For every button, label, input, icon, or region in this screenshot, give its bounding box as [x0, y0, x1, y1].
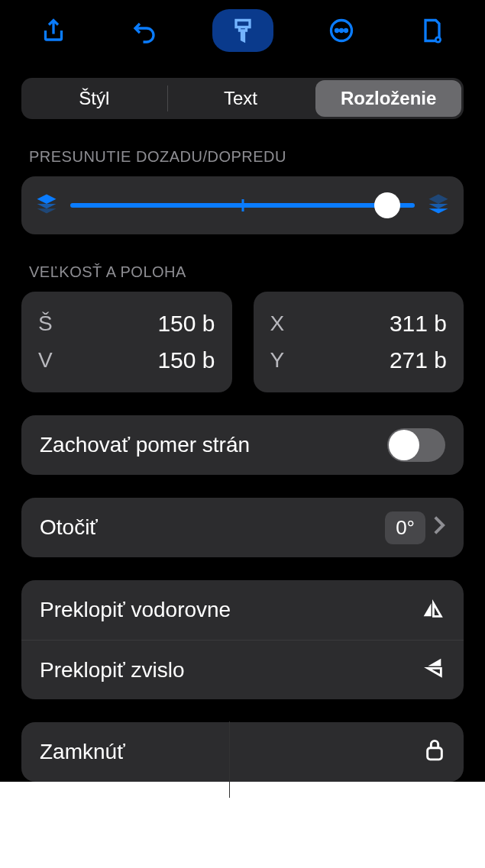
- rotate-row[interactable]: Otočiť 0°: [21, 498, 464, 557]
- aspect-switch[interactable]: [387, 428, 445, 462]
- size-position-row: Š 150 b V 150 b X 311 b Y 271 b: [21, 292, 464, 392]
- aspect-card: Zachovať pomer strán: [21, 415, 464, 475]
- format-panel: Štýl Text Rozloženie PRESUNUTIE DOZADU/D…: [0, 0, 485, 782]
- height-value: 150 b: [157, 347, 215, 373]
- aspect-row: Zachovať pomer strán: [21, 415, 464, 475]
- lock-label: Zamknúť: [40, 740, 125, 764]
- slider-thumb[interactable]: [374, 192, 400, 218]
- height-label: V: [38, 348, 53, 373]
- flip-card: Preklopiť vodorovne Preklopiť zvislo: [21, 580, 464, 699]
- share-icon[interactable]: [31, 8, 76, 53]
- flip-vertical-label: Preklopiť zvislo: [40, 658, 184, 682]
- width-field[interactable]: Š 150 b: [38, 305, 215, 342]
- width-value: 150 b: [157, 311, 215, 337]
- aspect-label: Zachovať pomer strán: [40, 433, 250, 457]
- switch-knob: [389, 430, 419, 460]
- flip-vertical-icon: [419, 654, 445, 686]
- format-tabs: Štýl Text Rozloženie: [21, 78, 464, 119]
- tab-layout[interactable]: Rozloženie: [315, 80, 461, 117]
- svg-rect-6: [428, 747, 442, 759]
- lock-icon: [424, 737, 445, 768]
- callout-line: [229, 721, 230, 798]
- position-card: X 311 b Y 271 b: [254, 292, 464, 392]
- top-toolbar: [0, 0, 485, 61]
- lock-row[interactable]: Zamknúť: [21, 722, 464, 782]
- sizepos-title: VEĽKOSŤ A POLOHA: [29, 263, 456, 281]
- y-label: Y: [270, 348, 285, 373]
- chevron-right-icon: [433, 515, 445, 540]
- flip-vertical-row[interactable]: Preklopiť zvislo: [21, 640, 464, 699]
- svg-point-2: [340, 30, 342, 32]
- arrange-slider-card: [21, 176, 464, 234]
- size-card: Š 150 b V 150 b: [21, 292, 232, 392]
- x-value: 311 b: [390, 311, 447, 337]
- svg-point-3: [344, 30, 347, 32]
- flip-horizontal-label: Preklopiť vodorovne: [40, 598, 231, 622]
- x-label: X: [270, 311, 285, 336]
- height-field[interactable]: V 150 b: [38, 342, 215, 379]
- svg-point-5: [436, 38, 439, 41]
- flip-horizontal-icon: [419, 595, 445, 626]
- undo-icon[interactable]: [121, 8, 167, 53]
- flip-horizontal-row[interactable]: Preklopiť vodorovne: [21, 580, 464, 640]
- bring-forward-icon[interactable]: [427, 192, 450, 218]
- format-brush-icon[interactable]: [212, 9, 273, 52]
- more-icon[interactable]: [318, 8, 364, 53]
- svg-point-1: [335, 30, 338, 32]
- send-backward-icon[interactable]: [35, 192, 58, 218]
- arrange-title: PRESUNUTIE DOZADU/DOPREDU: [29, 148, 456, 166]
- lock-card: Zamknúť: [21, 722, 464, 782]
- y-field[interactable]: Y 271 b: [270, 342, 448, 379]
- rotate-card: Otočiť 0°: [21, 498, 464, 557]
- document-view-icon[interactable]: [409, 8, 455, 53]
- rotate-value: 0°: [385, 511, 425, 544]
- y-value: 271 b: [390, 347, 447, 373]
- rotate-label: Otočiť: [40, 515, 98, 540]
- arrange-slider[interactable]: [70, 203, 415, 208]
- width-label: Š: [38, 311, 53, 336]
- tab-style[interactable]: Štýl: [21, 78, 167, 119]
- x-field[interactable]: X 311 b: [270, 305, 448, 342]
- tab-text[interactable]: Text: [168, 78, 314, 119]
